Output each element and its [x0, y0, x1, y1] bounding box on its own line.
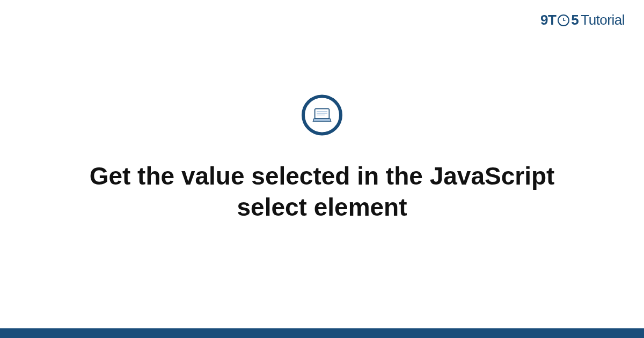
- site-logo: 9T 5 Tutorial: [540, 12, 625, 28]
- clock-icon: [558, 14, 569, 26]
- logo-text-tutorial: Tutorial: [581, 12, 625, 28]
- main-content: Get the value selected in the JavaScript…: [0, 94, 644, 223]
- svg-rect-2: [315, 109, 330, 119]
- page-title: Get the value selected in the JavaScript…: [80, 161, 564, 223]
- laptop-icon: [302, 94, 342, 135]
- logo-text-9t: 9T: [540, 12, 556, 28]
- logo-text-5: 5: [571, 12, 579, 28]
- footer-bar: [0, 328, 644, 338]
